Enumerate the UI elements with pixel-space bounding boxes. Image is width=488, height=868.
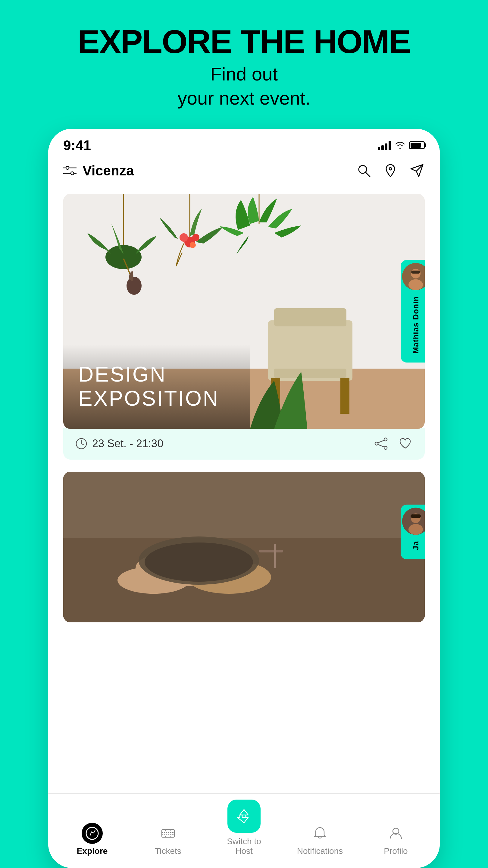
svg-point-8 — [389, 167, 392, 170]
status-bar: 9:41 — [48, 129, 440, 156]
event-card-2: Ja — [63, 472, 425, 622]
event-image-2[interactable]: Ja — [63, 472, 425, 622]
send-button[interactable] — [409, 163, 425, 179]
battery-icon — [409, 141, 425, 149]
svg-point-17 — [105, 245, 141, 269]
status-icons — [378, 141, 425, 150]
header-section: EXPLORE THE HOME Find outyour next event… — [78, 0, 411, 129]
svg-rect-15 — [274, 369, 347, 378]
svg-line-37 — [378, 444, 384, 447]
event-title-1: DESIGNEXPOSITION — [78, 362, 219, 411]
main-subtitle: Find outyour next event. — [78, 62, 411, 111]
host-badge-2[interactable]: Ja — [401, 504, 425, 559]
explore-icon — [82, 823, 103, 844]
svg-rect-29 — [411, 270, 420, 273]
svg-rect-52 — [162, 830, 174, 837]
host-avatar-2 — [402, 507, 425, 535]
nav-item-profilo[interactable]: Profilo — [372, 823, 420, 856]
svg-point-33 — [384, 438, 387, 441]
nav-item-switch-host[interactable]: Switch toHost — [220, 800, 268, 856]
svg-rect-50 — [411, 514, 421, 518]
svg-point-0 — [66, 166, 69, 169]
svg-rect-14 — [340, 378, 350, 414]
hands-scene — [63, 472, 425, 622]
nav-actions — [356, 163, 425, 179]
phone-frame: 9:41 — [48, 129, 440, 868]
host-name-1: Mathias Donin — [411, 293, 421, 356]
nav-city-label: Vicenza — [83, 162, 134, 179]
event-actions-1 — [373, 436, 413, 451]
nav-item-explore[interactable]: Explore — [68, 823, 116, 856]
location-button[interactable] — [383, 163, 398, 179]
svg-point-18 — [127, 277, 141, 295]
svg-point-49 — [409, 524, 423, 535]
host-avatar-1 — [402, 263, 425, 290]
wifi-icon — [395, 141, 405, 150]
main-title: EXPLORE THE HOME — [78, 24, 411, 59]
event-card-1: DESIGNEXPOSITION Mathias Donin — [63, 194, 425, 460]
svg-line-36 — [378, 440, 384, 443]
bottom-nav: Explore Tickets Switch toHost — [48, 793, 440, 868]
svg-point-44 — [144, 542, 253, 582]
svg-line-7 — [366, 173, 370, 177]
search-button[interactable] — [356, 163, 372, 179]
content-area: DESIGNEXPOSITION Mathias Donin — [48, 185, 440, 622]
status-time: 9:41 — [63, 137, 91, 153]
filter-icon[interactable] — [63, 165, 76, 176]
svg-rect-45 — [259, 550, 283, 553]
tickets-label: Tickets — [155, 846, 181, 856]
switch-host-button[interactable] — [227, 800, 261, 833]
svg-point-51 — [86, 827, 98, 839]
event-footer-1: 23 Set. - 21:30 — [63, 428, 425, 460]
svg-rect-46 — [274, 544, 276, 568]
notifications-icon — [310, 823, 330, 844]
clock-icon — [75, 438, 87, 450]
nav-item-notifications[interactable]: Notifications — [296, 823, 344, 856]
plant-scene: DESIGNEXPOSITION — [63, 194, 425, 429]
host-badge-1[interactable]: Mathias Donin — [401, 260, 425, 363]
svg-rect-12 — [274, 308, 347, 327]
favorite-button-1[interactable] — [398, 436, 413, 451]
explore-label: Explore — [77, 846, 108, 856]
event-time-1: 23 Set. - 21:30 — [75, 437, 163, 450]
nav-item-tickets[interactable]: Tickets — [144, 823, 192, 856]
host-name-2: Ja — [411, 538, 421, 553]
switch-host-label: Switch toHost — [227, 837, 261, 856]
profilo-icon — [385, 823, 406, 844]
nav-left: Vicenza — [63, 162, 134, 179]
tickets-icon — [158, 823, 178, 844]
nav-bar: Vicenza — [48, 156, 440, 185]
svg-point-34 — [384, 446, 387, 450]
event-image-1[interactable]: DESIGNEXPOSITION Mathias Donin — [63, 194, 425, 429]
svg-point-24 — [190, 242, 196, 248]
svg-point-23 — [192, 234, 199, 241]
notifications-label: Notifications — [297, 846, 343, 856]
svg-point-22 — [180, 233, 188, 242]
signal-icon — [378, 141, 391, 150]
share-button-1[interactable] — [373, 436, 389, 451]
svg-point-35 — [375, 442, 378, 445]
svg-line-32 — [82, 444, 84, 445]
svg-point-3 — [71, 172, 74, 175]
profilo-label: Profilo — [384, 846, 408, 856]
svg-point-28 — [409, 279, 423, 290]
